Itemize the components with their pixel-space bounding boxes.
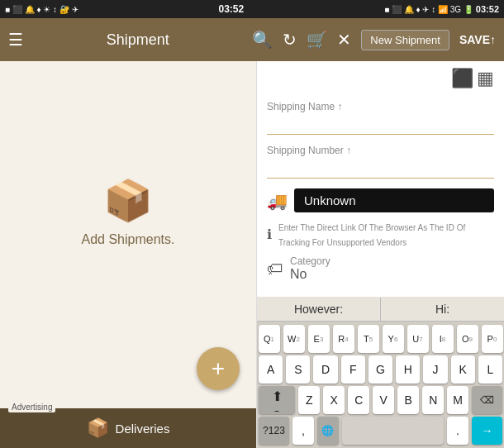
key-s[interactable]: S xyxy=(286,355,310,384)
category-row: 🏷 Category No xyxy=(267,255,494,282)
right-panel: ⬛ ▦ Shipping Name ↑ Shipping Number ↑ 🚚 … xyxy=(256,61,504,448)
key-9[interactable]: O9 xyxy=(457,325,478,353)
keyboard-number-row: Q1 W2 E3 R4 T5 Y6 U7 I8 O9 P0 xyxy=(259,325,502,353)
key-1[interactable]: Q1 xyxy=(259,325,280,353)
key-k[interactable]: K xyxy=(451,355,475,384)
num-key[interactable]: ?123 xyxy=(259,417,289,445)
key-h[interactable]: H xyxy=(396,355,420,384)
info-icon: ℹ xyxy=(267,226,272,242)
advertising-badge: Advertising xyxy=(8,402,55,412)
globe-key[interactable]: 🌐 xyxy=(317,417,339,445)
new-shipment-label: New Shipment xyxy=(361,30,449,50)
status-time-right: 03:52 xyxy=(476,4,499,14)
key-3[interactable]: E3 xyxy=(308,325,330,353)
shipping-number-label: Shipping Number ↑ xyxy=(267,145,494,156)
shift-key[interactable]: ⬆ _ xyxy=(259,386,295,414)
key-m[interactable]: M xyxy=(447,386,468,414)
shipping-name-label: Shipping Name ↑ xyxy=(267,101,494,112)
keyboard: Q1 W2 E3 R4 T5 Y6 U7 I8 O9 P0 A S D F G … xyxy=(257,322,504,448)
shipping-name-field: Shipping Name ↑ xyxy=(267,101,494,135)
tag-icon: 🏷 xyxy=(267,260,283,279)
status-right-icons: ■ ⬛ 🔔 ♦ ✈ ↕ 📶 3G 🔋 03:52 xyxy=(384,4,499,14)
shift-arrow-icon: ⬆ _ xyxy=(272,388,283,412)
key-5[interactable]: T5 xyxy=(358,325,379,353)
action-key[interactable]: → xyxy=(472,417,502,445)
truck-icon: 🚚 xyxy=(267,191,288,211)
search-icon[interactable]: 🔍 xyxy=(252,30,273,50)
status-icons-left: ■ ⬛ 🔔 ♦ ☀ ↕ 🔐 ✈ xyxy=(5,5,78,14)
barcode-icon[interactable]: ▦ xyxy=(477,68,494,89)
fab-plus-icon: + xyxy=(212,355,225,382)
main-content: 📦 Add Shipments. + Advertising 📦 Deliver… xyxy=(0,61,504,448)
carrier-row: 🚚 Unknown xyxy=(267,188,494,212)
carrier-content: Unknown xyxy=(294,188,494,212)
qr-icon[interactable]: ⬛ xyxy=(451,68,473,89)
cart-icon[interactable]: 🛒 xyxy=(307,30,327,50)
form-area: Shipping Name ↑ Shipping Number ↑ 🚚 Unkn… xyxy=(257,93,504,297)
key-7[interactable]: U7 xyxy=(407,325,429,353)
key-8[interactable]: I8 xyxy=(432,325,454,353)
key-g[interactable]: G xyxy=(368,355,392,384)
suggest-item-2[interactable]: Hi: xyxy=(381,298,504,321)
key-0[interactable]: P0 xyxy=(482,325,503,353)
key-a[interactable]: A xyxy=(259,355,283,384)
shipping-name-input[interactable] xyxy=(267,114,494,135)
shipping-number-field: Shipping Number ↑ xyxy=(267,145,494,179)
key-j[interactable]: J xyxy=(423,355,447,384)
keyboard-row-2: A S D F G H J K L xyxy=(259,355,502,384)
key-c[interactable]: C xyxy=(348,386,369,414)
close-icon[interactable]: ✕ xyxy=(337,30,351,50)
info-text: Enter The Direct Link Of The Browser As … xyxy=(278,223,465,247)
keyboard-suggest-bar: However: Hi: xyxy=(257,297,504,322)
status-icons-right: ■ ⬛ 🔔 ♦ ✈ ↕ 📶 3G 🔋 xyxy=(384,5,473,14)
keyboard-row-3: ⬆ _ Z X C V B N M ⌫ xyxy=(259,386,502,414)
fab-add-button[interactable]: + xyxy=(197,347,240,390)
keyboard-row-4: ?123 , 🌐 . → xyxy=(259,417,502,445)
key-v[interactable]: V xyxy=(373,386,394,414)
comma-key[interactable]: , xyxy=(292,417,314,445)
status-bar: ■ ⬛ 🔔 ♦ ☀ ↕ 🔐 ✈ 03:52 ■ ⬛ 🔔 ♦ ✈ ↕ 📶 3G 🔋… xyxy=(0,0,504,18)
shipment-box-icon: 📦 xyxy=(103,178,153,224)
toolbar-title: Shipment xyxy=(33,31,242,49)
key-l[interactable]: L xyxy=(478,355,502,384)
refresh-icon[interactable]: ↻ xyxy=(283,30,297,50)
suggest-item-1[interactable]: However: xyxy=(257,298,381,321)
space-key[interactable] xyxy=(342,417,444,445)
info-content: Enter The Direct Link Of The Browser As … xyxy=(278,219,494,249)
save-button[interactable]: SAVE↑ xyxy=(459,33,496,46)
deliveries-label[interactable]: Deliveries xyxy=(116,422,170,436)
status-left-icons: ■ ⬛ 🔔 ♦ ☀ ↕ 🔐 ✈ xyxy=(5,5,78,14)
key-z[interactable]: Z xyxy=(298,386,320,414)
toolbar: ☰ Shipment 🔍 ↻ 🛒 ✕ New Shipment SAVE↑ xyxy=(0,18,504,61)
menu-icon[interactable]: ☰ xyxy=(8,30,23,50)
bottom-nav: Advertising 📦 Deliveries xyxy=(0,408,256,448)
key-x[interactable]: X xyxy=(323,386,345,414)
add-shipments-text: Add Shipments. xyxy=(82,232,175,247)
period-key[interactable]: . xyxy=(447,417,468,445)
left-panel: 📦 Add Shipments. + Advertising 📦 Deliver… xyxy=(0,61,256,448)
shipping-number-input[interactable] xyxy=(267,158,494,179)
unknown-badge[interactable]: Unknown xyxy=(294,188,494,212)
category-content: Category No xyxy=(290,255,494,282)
delete-key[interactable]: ⌫ xyxy=(472,386,502,414)
info-row: ℹ Enter The Direct Link Of The Browser A… xyxy=(267,219,494,249)
key-n[interactable]: N xyxy=(422,386,444,414)
key-f[interactable]: F xyxy=(341,355,365,384)
key-d[interactable]: D xyxy=(313,355,337,384)
right-header: ⬛ ▦ xyxy=(257,61,504,93)
key-2[interactable]: W2 xyxy=(283,325,305,353)
key-b[interactable]: B xyxy=(397,386,419,414)
key-6[interactable]: Y6 xyxy=(383,325,404,353)
deliveries-icon: 📦 xyxy=(87,417,109,439)
status-time: 03:52 xyxy=(219,3,245,15)
category-label: Category xyxy=(290,255,494,267)
add-shipments-area: 📦 Add Shipments. xyxy=(82,78,175,347)
category-value[interactable]: No xyxy=(290,267,494,282)
key-4[interactable]: R4 xyxy=(333,325,354,353)
